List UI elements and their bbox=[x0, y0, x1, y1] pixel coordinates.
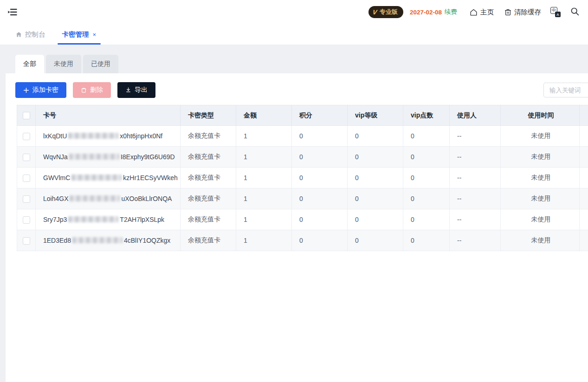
cell-type: 余额充值卡 bbox=[181, 230, 236, 251]
cell-extra bbox=[580, 147, 588, 168]
cell-amount: 1 bbox=[236, 126, 292, 147]
row-checkbox[interactable] bbox=[23, 133, 30, 140]
cell-used_time: 未使用 bbox=[501, 188, 580, 209]
cell-user: -- bbox=[450, 188, 501, 209]
keyword-search-input[interactable] bbox=[543, 83, 588, 97]
table-row: 1ED3Ed84cBlIY1OQZkgx余额充值卡1000--未使用 bbox=[17, 230, 588, 251]
table-body: lxKqDtUx0ht6jnpHx0Nf余额充值卡1000--未使用WqvNJa… bbox=[17, 126, 588, 251]
cell-card: Sry7Jp3T2AH7lpXSLpk bbox=[36, 209, 181, 230]
pro-version-badge[interactable]: V 专业版 bbox=[368, 6, 403, 18]
cell-amount: 1 bbox=[236, 147, 292, 168]
row-checkbox[interactable] bbox=[23, 195, 30, 203]
cell-vip_level: 0 bbox=[348, 230, 403, 251]
cell-extra bbox=[580, 209, 588, 230]
card-number: 1ED3Ed84cBlIY1OQZkgx bbox=[43, 237, 170, 244]
home-button[interactable]: 主页 bbox=[469, 8, 494, 17]
table-row: Loih4GXuXOoBkLlrONQA余额充值卡1000--未使用 bbox=[17, 188, 588, 209]
cell-vip_level: 0 bbox=[348, 209, 403, 230]
cell-vip_points: 0 bbox=[403, 230, 450, 251]
cell-amount: 1 bbox=[236, 230, 292, 251]
toolbar: 添加卡密 删除 导出 bbox=[15, 82, 588, 98]
cell-vip_level: 0 bbox=[348, 147, 403, 168]
cell-points: 0 bbox=[292, 188, 348, 209]
tab-close-icon[interactable]: × bbox=[93, 31, 97, 38]
table-row: WqvNJaI8Exphy9tG6U69D余额充值卡1000--未使用 bbox=[17, 147, 588, 168]
cell-user: -- bbox=[450, 209, 501, 230]
masked-segment bbox=[68, 133, 118, 139]
content-panel: 添加卡密 删除 导出 bbox=[6, 73, 588, 382]
pro-v-icon: V bbox=[372, 9, 377, 15]
nav-tab-console[interactable]: 控制台 bbox=[15, 24, 54, 45]
card-number: Loih4GXuXOoBkLlrONQA bbox=[43, 195, 172, 202]
cell-check bbox=[17, 168, 36, 188]
card-table: 卡号卡密类型金额积分vip等级vip点数使用人使用时间 lxKqDtUx0ht6… bbox=[17, 105, 588, 251]
cell-used_time: 未使用 bbox=[501, 230, 580, 251]
renew-link[interactable]: 续费 bbox=[445, 8, 457, 16]
cell-vip_points: 0 bbox=[403, 147, 450, 168]
clear-cache-label: 清除缓存 bbox=[514, 8, 541, 17]
cell-used_time: 未使用 bbox=[501, 126, 580, 147]
nav-tab-bar: 控制台 卡密管理 × bbox=[0, 24, 588, 45]
cell-points: 0 bbox=[292, 230, 348, 251]
cell-used_time: 未使用 bbox=[501, 209, 580, 230]
menu-fold-icon[interactable] bbox=[7, 6, 19, 18]
cell-card: lxKqDtUx0ht6jnpHx0Nf bbox=[36, 126, 181, 147]
filter-tab[interactable]: 未使用 bbox=[46, 55, 81, 73]
cell-points: 0 bbox=[292, 209, 348, 230]
cell-type: 余额充值卡 bbox=[181, 188, 236, 209]
cell-user: -- bbox=[450, 168, 501, 188]
header-cell-used_time: 使用时间 bbox=[501, 105, 580, 126]
pro-badge-label: 专业版 bbox=[380, 8, 398, 16]
cell-amount: 1 bbox=[236, 188, 292, 209]
cell-check bbox=[17, 209, 36, 230]
cell-vip_points: 0 bbox=[403, 188, 450, 209]
table-row: GWVlmCkzHr1ECSyVWkeh余额充值卡1000--未使用 bbox=[17, 168, 588, 188]
select-all-checkbox[interactable] bbox=[23, 112, 30, 119]
clear-cache-button[interactable]: 清除缓存 bbox=[504, 8, 541, 17]
cell-vip_level: 0 bbox=[348, 168, 403, 188]
delete-label: 删除 bbox=[90, 86, 103, 94]
add-card-button[interactable]: 添加卡密 bbox=[15, 82, 66, 98]
row-checkbox[interactable] bbox=[23, 216, 30, 224]
card-number: GWVlmCkzHr1ECSyVWkeh bbox=[43, 174, 178, 181]
home-icon bbox=[469, 8, 478, 17]
row-checkbox[interactable] bbox=[23, 237, 30, 245]
header-cell-points: 积分 bbox=[292, 105, 348, 126]
language-switch-icon[interactable]: 中 A bbox=[550, 7, 561, 17]
header-cell-vip_points: vip点数 bbox=[403, 105, 450, 126]
cell-card: 1ED3Ed84cBlIY1OQZkgx bbox=[36, 230, 181, 251]
card-number: lxKqDtUx0ht6jnpHx0Nf bbox=[43, 132, 162, 140]
header-cell-type: 卡密类型 bbox=[181, 105, 236, 126]
cell-vip_points: 0 bbox=[403, 168, 450, 188]
cell-check bbox=[17, 126, 36, 147]
table-row: Sry7Jp3T2AH7lpXSLpk余额充值卡1000--未使用 bbox=[17, 209, 588, 230]
row-checkbox[interactable] bbox=[23, 175, 30, 182]
top-bar: V 专业版 2027-02-08 续费 主页 清除缓存 中 A bbox=[0, 0, 588, 24]
delete-button[interactable]: 删除 bbox=[73, 82, 111, 98]
cell-type: 余额充值卡 bbox=[181, 147, 236, 168]
cell-type: 余额充值卡 bbox=[181, 126, 236, 147]
masked-segment bbox=[70, 195, 120, 201]
cell-user: -- bbox=[450, 126, 501, 147]
cell-type: 余额充值卡 bbox=[181, 168, 236, 188]
cell-vip_points: 0 bbox=[403, 209, 450, 230]
global-search-icon[interactable] bbox=[570, 6, 580, 18]
cell-check bbox=[17, 188, 36, 209]
nav-tab-card-management[interactable]: 卡密管理 × bbox=[54, 24, 105, 45]
export-button[interactable]: 导出 bbox=[117, 82, 155, 98]
card-number: Sry7Jp3T2AH7lpXSLpk bbox=[43, 216, 164, 223]
cell-amount: 1 bbox=[236, 209, 292, 230]
nav-tab-active-label: 卡密管理 bbox=[62, 30, 89, 39]
card-number: WqvNJaI8Exphy9tG6U69D bbox=[43, 153, 175, 161]
header-cell-amount: 金额 bbox=[236, 105, 292, 126]
add-card-label: 添加卡密 bbox=[32, 86, 58, 94]
filter-tab[interactable]: 已使用 bbox=[83, 55, 118, 73]
row-checkbox[interactable] bbox=[23, 154, 30, 161]
home-label: 主页 bbox=[480, 8, 494, 17]
console-home-icon bbox=[15, 31, 22, 38]
cell-card: Loih4GXuXOoBkLlrONQA bbox=[36, 188, 181, 209]
cell-vip_points: 0 bbox=[403, 126, 450, 147]
trash-icon bbox=[81, 87, 87, 93]
cell-card: GWVlmCkzHr1ECSyVWkeh bbox=[36, 168, 181, 188]
filter-tab[interactable]: 全部 bbox=[15, 55, 44, 73]
